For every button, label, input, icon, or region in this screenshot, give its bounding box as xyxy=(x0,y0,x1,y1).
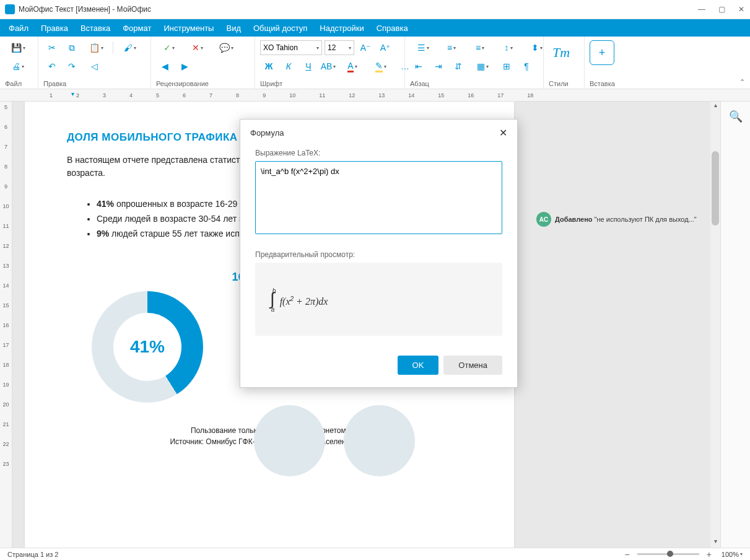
borders-button[interactable]: ⊞ xyxy=(498,59,515,74)
shading-button[interactable]: ▦▾ xyxy=(469,59,495,74)
format-painter-button[interactable]: 🖌▾ xyxy=(117,40,143,55)
menu-view[interactable]: Вид xyxy=(220,21,247,35)
menu-format[interactable]: Формат xyxy=(116,21,157,35)
vertical-scrollbar[interactable]: ▴ ▾ xyxy=(710,102,720,548)
ribbon-label-styles: Стили xyxy=(549,80,579,87)
close-button[interactable]: ✕ xyxy=(738,6,745,13)
ribbon-group-review: ✓▾ ✕▾ 💬▾ ◀ ▶ Рецензирование xyxy=(151,37,255,89)
print-button[interactable]: 🖨▾ xyxy=(5,59,31,74)
preview-label: Предварительный просмотр: xyxy=(255,250,502,259)
line-spacing-button[interactable]: ↕▾ xyxy=(495,40,521,55)
ribbon-label-insert: Вставка xyxy=(590,80,621,87)
paste-button[interactable]: 📋▾ xyxy=(83,40,109,55)
reject-button[interactable]: ✕▾ xyxy=(185,40,211,55)
prev-change-button[interactable]: ◀ xyxy=(156,59,173,74)
redo-button[interactable]: ↷ xyxy=(63,59,81,74)
window-controls: — ▢ ✕ xyxy=(698,6,745,13)
vertical-ruler[interactable]: 567891011121314151617181920212223 xyxy=(0,102,12,548)
menubar: Файл Правка Вставка Формат Инструменты В… xyxy=(0,19,750,37)
bullet-list-button[interactable]: ☰▾ xyxy=(410,40,436,55)
ribbon: 💾▾ 🖨▾ Файл ✂ ⧉ 📋▾ 🖌▾ ↶ ↷ ◁ Правка xyxy=(0,37,750,89)
font-size-select[interactable]: 12▾ xyxy=(325,40,354,55)
dialog-footer: OK Отмена xyxy=(240,346,517,387)
dialog-header: Формула ✕ xyxy=(240,120,517,146)
menu-file[interactable]: Файл xyxy=(2,21,35,35)
dialog-title: Формула xyxy=(250,128,284,138)
underline-button[interactable]: Ч xyxy=(300,59,317,74)
donut-inner: 41% xyxy=(113,313,181,381)
dialog-body: Выражение LaTeX: Предварительный просмот… xyxy=(240,146,517,346)
list-pct: 41% xyxy=(97,199,114,209)
zoom-out-button[interactable]: − xyxy=(622,549,632,559)
menu-tools[interactable]: Инструменты xyxy=(157,21,220,35)
font-family-value: XO Tahion xyxy=(263,43,298,52)
increase-font-button[interactable]: A⁺ xyxy=(377,40,394,55)
highlight-button[interactable]: ✎▾ xyxy=(368,59,394,74)
ribbon-label-review: Рецензирование xyxy=(156,80,250,87)
font-color-button[interactable]: А▾ xyxy=(339,59,365,74)
minimize-button[interactable]: — xyxy=(698,6,705,13)
cancel-button[interactable]: Отмена xyxy=(443,356,502,375)
ribbon-label-font: Шрифт xyxy=(260,80,399,87)
decrease-font-button[interactable]: A⁻ xyxy=(357,40,374,55)
formula-preview: ∫ba f(x2 + 2π)dx xyxy=(270,289,328,309)
ribbon-label-edit: Правка xyxy=(43,80,146,87)
horizontal-ruler[interactable]: ▾ 123456789101112131415161718 xyxy=(0,89,750,102)
search-icon[interactable]: 🔍 xyxy=(727,109,744,124)
ribbon-group-file: 💾▾ 🖨▾ Файл xyxy=(0,37,38,89)
zoom-in-button[interactable]: + xyxy=(704,549,714,559)
zoom-slider[interactable] xyxy=(637,553,699,555)
styles-button[interactable]: Tт xyxy=(549,40,573,65)
latex-label: Выражение LaTeX: xyxy=(255,149,502,157)
align-button[interactable]: ≡▾ xyxy=(467,40,493,55)
font-family-select[interactable]: XO Tahion▾ xyxy=(260,40,322,55)
accept-button[interactable]: ✓▾ xyxy=(156,40,182,55)
eraser-button[interactable]: ◁ xyxy=(85,59,103,74)
chart-value: 41% xyxy=(130,337,165,357)
zoom-knob[interactable] xyxy=(667,551,673,557)
comment-bubble[interactable]: AC Добавлено "не используют ПК для выход… xyxy=(536,212,697,227)
scroll-up-icon[interactable]: ▴ xyxy=(710,102,720,112)
comment-body: "не используют ПК для выход..." xyxy=(593,216,697,223)
zoom-display[interactable]: 100% ▾ xyxy=(722,551,743,558)
hint-circle-icon xyxy=(254,405,325,476)
titlebar: МойОфис Текст [Изменен] - МойОфис — ▢ ✕ xyxy=(0,0,750,19)
maximize-button[interactable]: ▢ xyxy=(718,6,725,13)
menu-insert[interactable]: Вставка xyxy=(74,21,116,35)
next-change-button[interactable]: ▶ xyxy=(176,59,193,74)
menu-help[interactable]: Справка xyxy=(370,21,414,35)
ribbon-label-file: Файл xyxy=(5,80,33,87)
copy-button[interactable]: ⧉ xyxy=(63,40,81,55)
ok-button[interactable]: OK xyxy=(398,356,439,375)
insert-button[interactable]: + xyxy=(590,40,614,65)
scroll-thumb[interactable] xyxy=(712,151,719,225)
app-icon xyxy=(5,4,15,14)
italic-button[interactable]: К xyxy=(280,59,297,74)
latex-input[interactable] xyxy=(255,161,502,234)
undo-button[interactable]: ↶ xyxy=(43,59,61,74)
menu-share[interactable]: Общий доступ xyxy=(247,21,313,35)
scroll-down-icon[interactable]: ▾ xyxy=(710,538,720,548)
list-pct: 9% xyxy=(97,229,109,238)
page-indicator[interactable]: Страница 1 из 2 xyxy=(7,551,58,558)
ribbon-group-edit: ✂ ⧉ 📋▾ 🖌▾ ↶ ↷ ◁ Правка xyxy=(38,37,151,89)
decrease-indent-button[interactable]: ⇤ xyxy=(410,59,427,74)
formula-dialog: Формула ✕ Выражение LaTeX: Предварительн… xyxy=(240,119,518,388)
text-format-button[interactable]: AB▾ xyxy=(320,59,337,74)
increase-indent-button[interactable]: ⇥ xyxy=(430,59,447,74)
comment-button[interactable]: 💬▾ xyxy=(213,40,239,55)
text-direction-button[interactable]: ⇵ xyxy=(450,59,467,74)
menu-addons[interactable]: Надстройки xyxy=(313,21,370,35)
save-button[interactable]: 💾▾ xyxy=(5,40,31,55)
cut-button[interactable]: ✂ xyxy=(43,40,61,55)
close-icon[interactable]: ✕ xyxy=(499,127,507,139)
pilcrow-button[interactable]: ¶ xyxy=(518,59,535,74)
chart-hints xyxy=(254,405,415,476)
ribbon-group-insert: + Вставка xyxy=(585,37,626,89)
font-size-value: 12 xyxy=(328,43,336,52)
bold-button[interactable]: Ж xyxy=(260,59,277,74)
preview-box: ∫ba f(x2 + 2π)dx xyxy=(255,263,502,336)
collapse-ribbon-button[interactable]: ⌃ xyxy=(739,78,745,86)
number-list-button[interactable]: ≡▾ xyxy=(438,40,464,55)
menu-edit[interactable]: Правка xyxy=(35,21,74,35)
